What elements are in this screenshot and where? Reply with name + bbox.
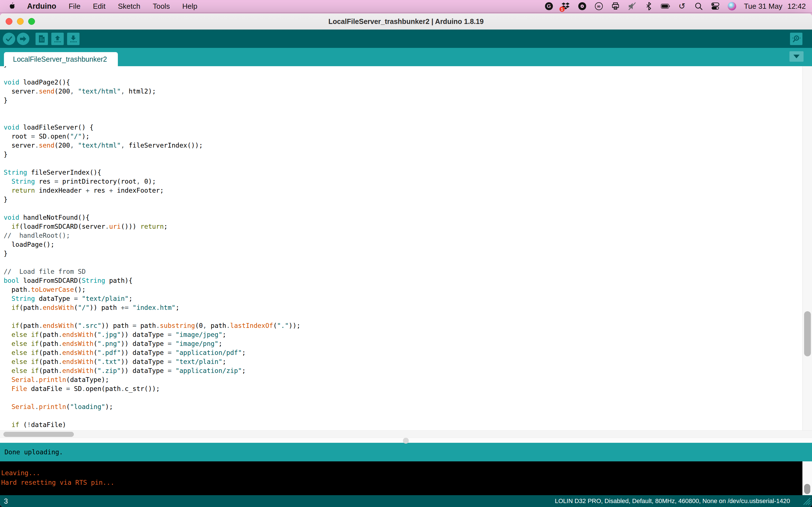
output-console[interactable]: Leaving...Hard resetting via RTS pin...: [0, 461, 812, 495]
code-line: // handleRoot();: [4, 231, 801, 240]
code-line: String dataType = "text/plain";: [4, 294, 801, 303]
dropbox-badge: 1: [559, 6, 565, 12]
traffic-lights: [6, 13, 35, 29]
editor-vertical-scrollbar-thumb[interactable]: [804, 311, 811, 356]
menubar-status-area: G 1 ∞: [545, 2, 812, 11]
code-line: }: [4, 195, 801, 204]
code-line: Serial.println("loading");: [4, 402, 801, 411]
code-line: [4, 204, 801, 213]
code-line: void handleNotFound(){: [4, 213, 801, 222]
code-line: [4, 258, 801, 267]
editor-horizontal-scrollbar-thumb[interactable]: [3, 432, 74, 437]
save-sketch-button[interactable]: [67, 33, 80, 45]
minimize-button[interactable]: [17, 18, 24, 25]
menubar-app-name[interactable]: Arduino: [21, 2, 62, 11]
code-editor[interactable]: } void loadPage2(){ server.send(200, "te…: [0, 66, 812, 431]
printer-icon[interactable]: [611, 2, 620, 11]
menubar-item-help[interactable]: Help: [176, 2, 203, 11]
splitter-handle[interactable]: [403, 438, 409, 444]
tab-list-dropdown-button[interactable]: [790, 51, 804, 62]
close-button[interactable]: [6, 18, 12, 25]
code-line: [4, 312, 801, 321]
serial-monitor-button[interactable]: [790, 33, 802, 45]
code-line: void loadPage2(){: [4, 78, 801, 87]
grammarly-icon[interactable]: G: [545, 2, 553, 11]
code-line: [4, 411, 801, 420]
menubar-date: Tue 31 May: [744, 2, 782, 11]
code-line: server.send(200, "text/html", fileServer…: [4, 141, 801, 150]
new-sketch-button[interactable]: [36, 33, 48, 45]
save-arrow-icon: [69, 35, 77, 43]
code-line: return indexHeader + res + indexFooter;: [4, 186, 801, 195]
menubar-clock[interactable]: Tue 31 May 12:42: [744, 2, 806, 11]
menubar-item-file[interactable]: File: [62, 2, 87, 11]
menubar-left: Arduino FileEditSketchToolsHelp: [0, 0, 204, 12]
code-line: else if(path.endsWith(".zip")) dataType …: [4, 366, 801, 375]
code-line: root = SD.open("/");: [4, 132, 801, 141]
dropbox-icon[interactable]: 1: [561, 2, 570, 11]
code-line: }: [4, 249, 801, 258]
code-line: String res = printDirectory(root, 0);: [4, 177, 801, 186]
menubar-item-sketch[interactable]: Sketch: [112, 2, 147, 11]
menubar-item-tools[interactable]: Tools: [147, 2, 176, 11]
code-line: if (!dataFile): [4, 420, 801, 429]
tab-localfileserver-trashbunker2[interactable]: LocalFileServer_trashbunker2: [4, 52, 118, 66]
apple-logo-icon: [8, 2, 15, 11]
code-line: if(path.endsWith("/")) path += "index.ht…: [4, 303, 801, 312]
time-machine-icon[interactable]: ↺: [677, 2, 687, 11]
code-line: }: [4, 66, 801, 69]
editor-horizontal-scrollbar[interactable]: [0, 431, 812, 438]
editor-console-splitter[interactable]: [0, 438, 812, 443]
code-line: bool loadFromSDCARD(String path){: [4, 276, 801, 285]
disc-record-icon[interactable]: [578, 2, 587, 11]
upload-arrow-icon: [19, 35, 27, 43]
window-resize-grip[interactable]: [801, 495, 811, 506]
code-line: else if(path.endsWith(".png")) dataType …: [4, 339, 801, 348]
verify-check-icon: [5, 35, 13, 43]
code-line: Serial.println(dataType);: [4, 375, 801, 384]
chevron-down-icon: [794, 55, 800, 58]
editor-vertical-scrollbar[interactable]: [802, 66, 812, 431]
upload-button[interactable]: [17, 33, 29, 45]
menubar-item-edit[interactable]: Edit: [87, 2, 112, 11]
code-line: else if(path.endsWith(".pdf")) dataType …: [4, 348, 801, 357]
code-line: // Load file from SD: [4, 267, 801, 276]
window-title: LocalFileServer_trashbunker2 | Arduino 1…: [328, 17, 484, 25]
macos-menubar: Arduino FileEditSketchToolsHelp G 1 ∞: [0, 0, 812, 12]
menubar-items: FileEditSketchToolsHelp: [62, 2, 203, 11]
console-vertical-scrollbar-thumb[interactable]: [804, 484, 810, 494]
editor-tabstrip: LocalFileServer_trashbunker2: [0, 48, 812, 66]
control-center-icon[interactable]: [711, 2, 720, 11]
bluetooth-icon[interactable]: [644, 2, 653, 11]
open-arrow-icon: [54, 35, 61, 43]
console-output-line: Hard resetting via RTS pin...: [1, 478, 812, 487]
console-vertical-scrollbar[interactable]: [802, 461, 812, 495]
board-port-info: LOLIN D32 PRO, Disabled, Default, 80MHz,…: [555, 497, 790, 505]
code-line: [4, 114, 801, 123]
apple-menu-icon[interactable]: [7, 2, 16, 11]
console-output-line: Leaving...: [1, 468, 812, 478]
open-sketch-button[interactable]: [51, 33, 64, 45]
ide-toolbar: [0, 30, 812, 48]
code-area: } void loadPage2(){ server.send(200, "te…: [4, 66, 801, 429]
code-line: void loadFileServer() {: [4, 123, 801, 132]
serial-monitor-icon: [792, 35, 801, 43]
code-line: String fileServerIndex(){: [4, 168, 801, 177]
window-titlebar[interactable]: LocalFileServer_trashbunker2 | Arduino 1…: [0, 13, 812, 30]
arduino-ide-window: LocalFileServer_trashbunker2 | Arduino 1…: [0, 13, 812, 507]
tab-label: LocalFileServer_trashbunker2: [13, 55, 107, 63]
spotlight-icon[interactable]: [694, 2, 703, 11]
battery-icon[interactable]: [661, 2, 670, 11]
desktop: { "menubar": { "app_name": "Arduino", "i…: [0, 0, 812, 507]
adobe-cc-icon[interactable]: ∞: [594, 2, 603, 11]
code-line: else if(path.endsWith(".txt")) dataType …: [4, 357, 801, 366]
verify-button[interactable]: [3, 33, 15, 45]
zoom-button[interactable]: [28, 18, 35, 25]
volume-muted-icon[interactable]: [627, 2, 637, 11]
code-line: else if(path.endsWith(".jpg")) dataType …: [4, 330, 801, 339]
code-line: if(loadFromSDCARD(server.uri())) return;: [4, 222, 801, 231]
console-output: Leaving...Hard resetting via RTS pin...: [1, 468, 812, 487]
code-line: path.toLowerCase();: [4, 285, 801, 294]
new-document-icon: [38, 35, 45, 43]
siri-icon[interactable]: [727, 2, 737, 11]
